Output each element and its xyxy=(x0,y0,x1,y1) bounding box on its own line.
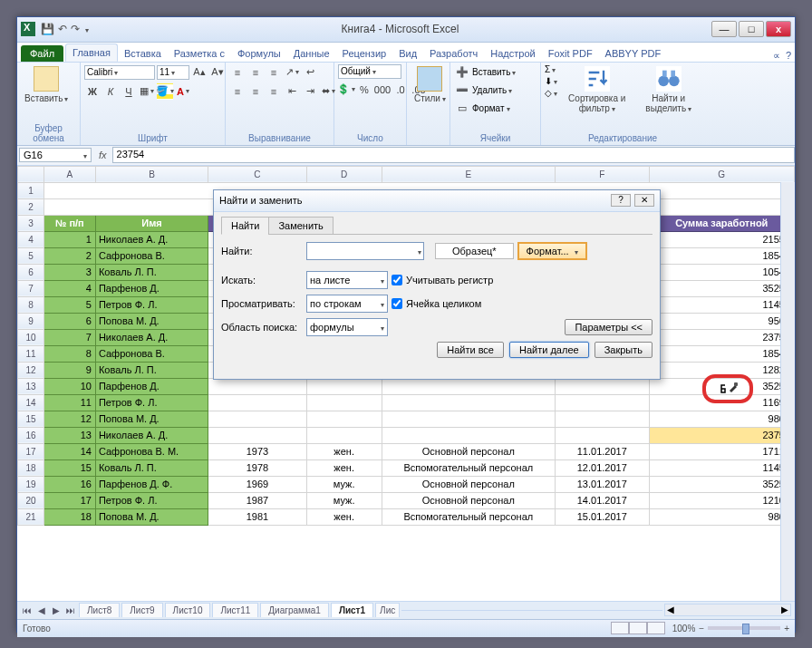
cell[interactable]: 11456 xyxy=(649,459,794,476)
col-header[interactable]: B xyxy=(95,166,208,182)
tab-data[interactable]: Данные xyxy=(287,45,336,62)
table-header-cell[interactable]: № п/п xyxy=(44,215,95,231)
cell[interactable]: 35254 xyxy=(649,476,794,492)
cell[interactable]: 2 xyxy=(44,247,95,264)
tab-nav-prev-icon[interactable]: ◀ xyxy=(35,605,48,615)
cell[interactable]: муж. xyxy=(306,492,382,508)
cell[interactable]: 18546 xyxy=(649,247,794,264)
cell[interactable]: 1987 xyxy=(208,492,307,508)
styles-button[interactable]: Стили xyxy=(411,64,450,106)
col-header[interactable]: E xyxy=(382,166,555,182)
format-button[interactable]: Формат... xyxy=(517,242,587,260)
cell[interactable]: 4 xyxy=(44,280,95,296)
col-header[interactable]: D xyxy=(306,166,382,182)
table-header-cell[interactable]: Сумма заработной xyxy=(649,215,794,231)
cell[interactable]: Коваль Л. П. xyxy=(95,362,208,378)
dialog-close-btn[interactable]: Закрыть xyxy=(594,342,652,358)
page-layout-view-icon[interactable] xyxy=(629,622,647,634)
match-case-checkbox[interactable]: Учитывать регистр xyxy=(392,275,493,285)
dialog-close-button[interactable]: ✕ xyxy=(634,194,654,207)
zoom-out-icon[interactable]: − xyxy=(699,624,704,633)
borders-icon[interactable]: ▦ xyxy=(139,83,155,100)
align-bot-icon[interactable]: ≡ xyxy=(266,64,282,81)
cell[interactable]: 9800 xyxy=(649,508,794,525)
search-in-select[interactable]: на листе xyxy=(306,271,388,289)
cell[interactable]: жен. xyxy=(306,459,382,476)
indent-dec-icon[interactable]: ⇤ xyxy=(284,83,300,100)
cell[interactable]: 9564 xyxy=(649,313,794,329)
row-header[interactable]: 12 xyxy=(18,362,44,378)
tab-developer[interactable]: Разработч xyxy=(423,45,484,62)
cell[interactable]: Основной персонал xyxy=(382,443,555,459)
cell[interactable]: Вспомогательный персонал xyxy=(382,508,555,525)
cell[interactable]: 12.01.2017 xyxy=(556,459,650,476)
zoom-level[interactable]: 100% xyxy=(672,624,696,633)
col-header[interactable]: C xyxy=(208,166,307,182)
indent-inc-icon[interactable]: ⇥ xyxy=(302,83,318,100)
cell[interactable] xyxy=(208,427,307,443)
row-header[interactable]: 10 xyxy=(18,329,44,345)
row-header[interactable]: 16 xyxy=(18,427,44,443)
cell[interactable]: Николаев А. Д. xyxy=(95,427,208,443)
zoom-in-icon[interactable]: + xyxy=(784,624,789,633)
cell[interactable]: Коваль Л. П. xyxy=(95,459,208,476)
cell[interactable]: Сафронова В. М. xyxy=(95,443,208,459)
cell[interactable]: Попова М. Д. xyxy=(95,313,208,329)
cell[interactable] xyxy=(556,378,650,394)
grow-font-icon[interactable]: A▴ xyxy=(191,64,208,81)
font-color-icon[interactable]: A xyxy=(175,83,191,100)
hscroll-left-icon[interactable]: ◀ xyxy=(665,604,676,615)
cell[interactable]: 12102 xyxy=(649,492,794,508)
cell[interactable] xyxy=(208,378,307,394)
close-button[interactable]: x xyxy=(766,21,791,37)
normal-view-icon[interactable] xyxy=(611,622,629,634)
tab-home[interactable]: Главная xyxy=(65,44,118,62)
align-mid-icon[interactable]: ≡ xyxy=(247,64,264,81)
cell[interactable]: Петров Ф. Л. xyxy=(95,492,208,508)
row-header[interactable]: 2 xyxy=(18,198,44,215)
cell[interactable]: 1973 xyxy=(208,443,307,459)
table-header-cell[interactable]: Имя xyxy=(95,215,208,231)
cell[interactable]: 7 xyxy=(44,329,95,345)
row-header[interactable]: 3 xyxy=(18,215,44,231)
dialog-titlebar[interactable]: Найти и заменить ? ✕ xyxy=(214,190,660,212)
cell[interactable]: 35254 xyxy=(649,280,794,296)
tab-layout[interactable]: Разметка с xyxy=(168,45,231,62)
tab-insert[interactable]: Вставка xyxy=(118,45,168,62)
cell[interactable]: 11.01.2017 xyxy=(556,443,650,459)
select-all-corner[interactable] xyxy=(18,166,44,182)
cell[interactable]: Парфенов Д. xyxy=(95,280,208,296)
cell[interactable]: 18546 xyxy=(649,345,794,362)
cell[interactable]: 15.01.2017 xyxy=(556,508,650,525)
cell[interactable] xyxy=(382,394,555,411)
row-header[interactable]: 15 xyxy=(18,411,44,427)
cell[interactable] xyxy=(382,427,555,443)
cell[interactable] xyxy=(556,411,650,427)
zoom-slider[interactable] xyxy=(708,626,780,630)
dialog-tab-find[interactable]: Найти xyxy=(221,217,269,235)
row-header[interactable]: 4 xyxy=(18,231,44,247)
tab-foxit[interactable]: Foxit PDF xyxy=(542,45,599,62)
minimize-ribbon-icon[interactable]: ∝ xyxy=(773,50,780,62)
cell[interactable]: Николаев А. Д. xyxy=(95,231,208,247)
font-size-select[interactable]: 11 xyxy=(157,65,189,80)
cell[interactable]: Попова М. Д. xyxy=(95,508,208,525)
format-cells-icon[interactable]: ▭ xyxy=(454,101,470,117)
tab-review[interactable]: Рецензир xyxy=(336,45,393,62)
delete-cells-button[interactable]: Удалить xyxy=(472,85,512,95)
tab-nav-last-icon[interactable]: ⏭ xyxy=(64,605,77,615)
cell[interactable]: 12 xyxy=(44,411,95,427)
cell[interactable]: 17 xyxy=(44,492,95,508)
row-header[interactable]: 8 xyxy=(18,296,44,313)
clear-button[interactable]: ◇ xyxy=(545,88,557,98)
cell[interactable]: Сафронова В. xyxy=(95,247,208,264)
cell[interactable]: Парфенов Д. xyxy=(95,378,208,394)
align-top-icon[interactable]: ≡ xyxy=(229,64,246,81)
tab-formulas[interactable]: Формулы xyxy=(231,45,287,62)
cell[interactable]: 16 xyxy=(44,476,95,492)
font-name-select[interactable]: Calibri xyxy=(84,65,155,80)
align-center-icon[interactable]: ≡ xyxy=(247,83,264,100)
row-header[interactable]: 20 xyxy=(18,492,44,508)
find-next-button[interactable]: Найти далее xyxy=(509,342,589,358)
bold-icon[interactable]: Ж xyxy=(84,83,101,100)
